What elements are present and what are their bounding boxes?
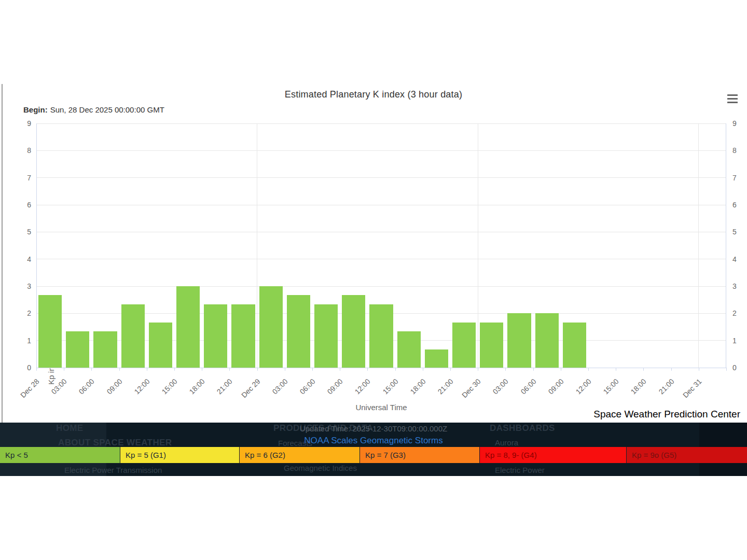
x-axis-tick: [147, 368, 147, 371]
y-axis-tick-label: 1: [732, 337, 747, 345]
hamburger-bar: [727, 94, 738, 96]
page: Estimated Planetary K index (3 hour data…: [0, 0, 747, 560]
kp-bar[interactable]: [121, 304, 145, 368]
x-axis-tick: [395, 368, 396, 371]
x-axis-line: [36, 368, 726, 368]
day-gridline: [478, 123, 478, 368]
kp-bar[interactable]: [287, 295, 310, 368]
x-axis-tick: [450, 368, 451, 371]
kp-bar[interactable]: [314, 304, 338, 368]
kp-bar[interactable]: [149, 323, 172, 368]
x-axis-tick: [588, 368, 589, 371]
kp-legend-segment-1: Kp < 5: [0, 447, 120, 463]
x-axis-tick: [340, 368, 340, 371]
kp-bar[interactable]: [66, 331, 89, 368]
noaa-scales-link[interactable]: NOAA Scales Geomagnetic Storms: [0, 436, 747, 446]
kp-legend-segment-5: Kp = 8, 9- (G4): [480, 447, 627, 463]
x-axis-tick: [91, 368, 92, 371]
kp-bar[interactable]: [397, 331, 421, 368]
kp-legend-segment-4: Kp = 7 (G3): [360, 447, 480, 463]
y-axis-tick-label: 9: [13, 119, 31, 128]
kp-bar[interactable]: [204, 304, 227, 368]
x-axis-tick: [64, 368, 64, 371]
y-axis-tick-label: 5: [13, 228, 31, 236]
kp-bar[interactable]: [93, 331, 117, 368]
hamburger-bar: [727, 102, 738, 103]
footer-link-geomagnetic-indices[interactable]: Geomagnetic Indices: [284, 464, 357, 472]
x-axis-tick: [367, 368, 368, 371]
kp-bar[interactable]: [563, 323, 586, 368]
y-axis-tick-label: 8: [732, 146, 747, 155]
x-axis-tick: [119, 368, 120, 371]
y-axis-tick-label: 4: [732, 255, 747, 263]
begin-label: Begin:: [23, 105, 48, 114]
y-axis-tick-label: 4: [13, 255, 31, 263]
y-axis-tick-label: 3: [13, 282, 31, 290]
x-axis-tick: [505, 368, 506, 371]
x-axis-tick: [699, 368, 699, 371]
footer-link-electric-power[interactable]: Electric Power: [495, 466, 545, 474]
kp-legend-segment-3: Kp = 6 (G2): [240, 447, 360, 463]
day-gridline: [257, 123, 257, 368]
kp-bar[interactable]: [425, 349, 448, 368]
site-footer: HOME PRODUCTS AND DATA DASHBOARDS ABOUT …: [0, 423, 747, 476]
x-axis-tick: [423, 368, 423, 371]
y-axis-tick-label: 5: [732, 228, 747, 236]
begin-value: Sun, 28 Dec 2025 00:00:00 GMT: [50, 105, 164, 114]
x-axis-tick: [671, 368, 672, 371]
kp-bar[interactable]: [535, 313, 559, 368]
chart-title: Estimated Planetary K index (3 hour data…: [0, 89, 747, 100]
kp-bar[interactable]: [507, 313, 531, 368]
chart-card-left-border: [2, 84, 3, 423]
y-axis-tick-label: 3: [732, 282, 747, 290]
y-axis-tick-label: 7: [732, 174, 747, 182]
y-axis-tick-label: 2: [732, 309, 747, 317]
updated-time-text: Updated Time: 2025-12-30T09:00:00.000Z: [0, 424, 747, 433]
y-axis-line: [36, 123, 37, 368]
x-axis-tick: [257, 368, 258, 371]
y-axis-tick-label: 1: [13, 337, 31, 345]
y-gridline: [36, 232, 726, 232]
y-axis-tick-label: 0: [13, 363, 31, 372]
plot-area: Kp index 00112233445566778899Dec 2803:00…: [36, 123, 726, 368]
hamburger-bar: [727, 98, 738, 100]
y-axis-tick-label: 0: [732, 363, 747, 372]
day-gridline: [698, 123, 699, 368]
kp-bar[interactable]: [342, 295, 365, 368]
y-gridline: [36, 286, 726, 287]
x-axis-tick: [561, 368, 561, 371]
footer-link-electric-power-transmission[interactable]: Electric Power Transmission: [64, 466, 162, 474]
kp-bar[interactable]: [369, 304, 393, 368]
x-axis-tick: [229, 368, 230, 371]
x-axis-tick: [174, 368, 175, 371]
kp-legend-segment-2: Kp = 5 (G1): [120, 447, 240, 463]
x-axis-tick: [36, 368, 37, 371]
y-axis-tick-label: 6: [732, 201, 747, 209]
x-axis-tick: [616, 368, 616, 371]
kp-bar[interactable]: [452, 323, 476, 368]
kp-bar[interactable]: [480, 323, 503, 368]
y-gridline: [36, 123, 726, 124]
kp-bar[interactable]: [176, 286, 200, 368]
kp-legend-segment-6: Kp = 9o (G5): [627, 447, 747, 463]
y-gridline: [36, 150, 726, 151]
y-axis-tick-label: 9: [732, 119, 747, 128]
hamburger-menu-icon[interactable]: [727, 94, 738, 103]
kp-bar[interactable]: [231, 304, 255, 368]
x-axis-tick: [643, 368, 644, 371]
y-axis-tick-label: 8: [13, 146, 31, 155]
kp-bar[interactable]: [38, 295, 62, 368]
y-axis-tick-label: 2: [13, 309, 31, 317]
x-axis-tick: [726, 368, 727, 371]
kp-bar[interactable]: [259, 286, 283, 368]
x-axis-tick: [478, 368, 478, 371]
right-axis-line: [726, 123, 726, 368]
chart-begin-line: Begin:Sun, 28 Dec 2025 00:00:00 GMT: [23, 105, 164, 114]
x-axis-tick: [202, 368, 202, 371]
y-gridline: [36, 177, 726, 178]
x-axis-tick: [533, 368, 534, 371]
y-gridline: [36, 259, 726, 259]
y-axis-tick-label: 6: [13, 201, 31, 209]
x-axis-tick: [285, 368, 285, 371]
x-axis-tick: [312, 368, 313, 371]
